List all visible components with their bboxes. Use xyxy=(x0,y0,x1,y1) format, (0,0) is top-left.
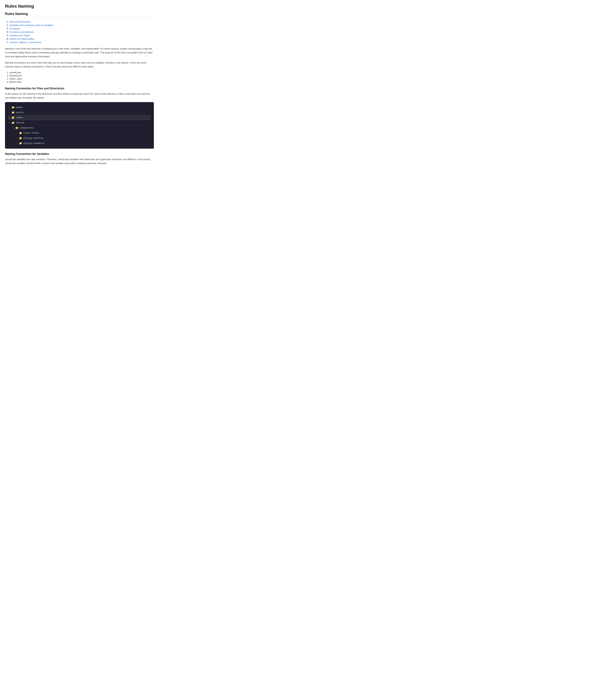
arrow-dialog-elements: › xyxy=(16,142,18,144)
toc-item-7: Classes, Objects, Components xyxy=(9,41,154,44)
toc-link-redux[interactable]: Redux and Observables xyxy=(9,38,34,40)
files-section-heading: Naming Convention for Files and Director… xyxy=(5,87,154,90)
intro-paragraph-2: Naming conventions are some rules that h… xyxy=(5,61,154,69)
variables-section-paragraph: JavaScript variables are case sensitive.… xyxy=(5,157,154,165)
folder-icon-pages: 📁 xyxy=(11,106,15,109)
toc-link-interface[interactable]: Interface and Types xyxy=(9,34,30,37)
item-name-components: components xyxy=(20,127,34,129)
case-item-pascal: PascalCase xyxy=(9,74,154,77)
toc-item-4: Functions and Methods xyxy=(9,31,154,33)
toc-heading: Rules Naming xyxy=(5,12,154,16)
variables-section-heading: Naming Convention for Variables xyxy=(5,152,154,156)
toc-item-6: Redux and Observables xyxy=(9,38,154,40)
item-name-color-field: color-field xyxy=(23,132,39,134)
folder-icon-dialog-confirm: 📁 xyxy=(19,136,22,140)
arrow-pages: › xyxy=(8,106,10,108)
arrow-dialog-confirm: › xyxy=(16,137,18,139)
item-name-dialog-confirm: dialog-confirm xyxy=(23,137,43,140)
case-item-snake: snake_case xyxy=(9,77,154,80)
item-name-shared: shared xyxy=(16,122,24,124)
toc-link-classes[interactable]: Classes, Objects, Components xyxy=(9,41,42,44)
toc-link-variables[interactable]: Variables and constants used as variable… xyxy=(9,24,53,26)
toc-item-3: Constants xyxy=(9,27,154,30)
folder-icon-dialog-elements: 📁 xyxy=(19,142,22,145)
arrow-public: › xyxy=(8,111,10,114)
files-section-paragraph: In the project, for the naming of the di… xyxy=(5,92,154,100)
arrow-color-field: › xyxy=(16,132,18,134)
toc-list: Files and Directories Variables and cons… xyxy=(5,20,154,44)
case-item-camel: camelCase xyxy=(9,71,154,74)
toc-item-5: Interface and Types xyxy=(9,34,154,37)
file-tree-row-color-field: › 📁 color-field xyxy=(8,130,151,135)
page-title: Rules Naming xyxy=(5,4,154,9)
file-tree-row-components: ∨ 📁 components xyxy=(8,125,151,130)
file-tree-row-pages: › 📁 pages xyxy=(8,105,151,110)
arrow-redux: ∨ xyxy=(8,117,10,119)
item-name-pages: pages xyxy=(16,106,23,109)
folder-icon-public: 📁 xyxy=(11,111,15,114)
item-name-redux: redux xyxy=(16,117,23,119)
file-tree-screenshot: › 📁 pages › 📁 public ∨ 📁 redux ∨ 📁 share… xyxy=(5,102,154,149)
case-styles-list: camelCase PascalCase snake_case kebab-ca… xyxy=(5,71,154,83)
folder-icon-shared: 📁 xyxy=(11,121,15,124)
file-tree-row-dialog-confirm: › 📁 dialog-confirm xyxy=(8,135,151,141)
toc-link-constants[interactable]: Constants xyxy=(9,27,20,30)
file-tree-row-public: › 📁 public xyxy=(8,110,151,115)
file-tree-row-dialog-elements: › 📁 dialog-elements xyxy=(8,141,151,146)
item-name-public: public xyxy=(16,111,24,114)
arrow-components: ∨ xyxy=(12,127,14,129)
toc-link-files[interactable]: Files and Directories xyxy=(9,20,31,23)
toc-item-2: Variables and constants used as variable… xyxy=(9,24,154,27)
folder-icon-redux: 📁 xyxy=(11,116,15,119)
folder-icon-components: 📁 xyxy=(15,126,18,129)
toc-item-1: Files and Directories xyxy=(9,20,154,23)
file-tree-row-redux: ∨ 📁 redux xyxy=(8,115,151,120)
arrow-shared: ∨ xyxy=(8,122,10,124)
intro-paragraph-1: Naming is one of the key elements of kee… xyxy=(5,47,154,58)
file-tree-row-shared: ∨ 📁 shared xyxy=(8,120,151,125)
case-item-kebab: kebab-case xyxy=(9,80,154,83)
folder-icon-color-field: 📁 xyxy=(19,131,22,134)
item-name-dialog-elements: dialog-elements xyxy=(23,142,44,145)
toc-link-functions[interactable]: Functions and Methods xyxy=(9,31,34,33)
